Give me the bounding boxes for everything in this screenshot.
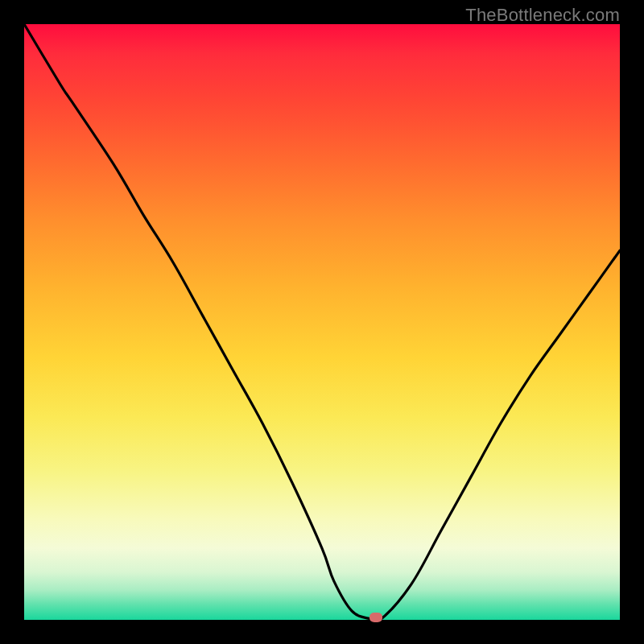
plot-area: [24, 24, 620, 620]
chart-container: TheBottleneck.com: [0, 0, 644, 644]
minimum-marker: [369, 613, 382, 622]
watermark-text: TheBottleneck.com: [465, 5, 620, 26]
bottleneck-curve: [24, 24, 620, 620]
